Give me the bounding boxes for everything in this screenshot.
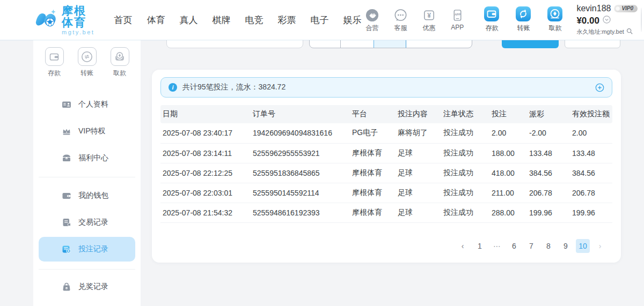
pagination-page-7[interactable]: 7 (524, 239, 538, 253)
pagination-page-10-active[interactable]: 10 (576, 239, 590, 253)
nav-item-slots[interactable]: 电子 (310, 14, 328, 26)
withdraw-gem-icon (543, 8, 567, 22)
partner-button[interactable]: 合营 (361, 8, 383, 33)
support-button[interactable]: 客服 (390, 8, 411, 33)
pagination: ‹ 1 ⋯ 6 7 8 9 10 › (160, 239, 612, 253)
pagination-page-9[interactable]: 9 (559, 239, 573, 253)
sidebar-menu-group-3: 兑 兑奖记录 (33, 273, 141, 300)
betting-records-table: 日期 订单号 平台 投注内容 注单状态 投注 派彩 有效投注额 2025-07-… (160, 105, 612, 223)
nav-item-live[interactable]: 真人 (179, 14, 197, 26)
brand-logo-icon (33, 6, 58, 33)
nav-item-sports[interactable]: 体育 (147, 14, 165, 26)
sidebar: 存款 转账 取款 (33, 40, 141, 306)
table-row: 2025-07-08 23:40:17 1942609694094831616 … (160, 123, 612, 143)
header-tools: 合营 客服 ¥ 优惠 APP (361, 8, 468, 33)
sidebar-item-wallet[interactable]: 我的钱包 (33, 182, 141, 209)
transfer-arrows-icon (511, 8, 535, 22)
withdraw-button[interactable]: 取款 (543, 8, 567, 33)
table-row: 2025-07-08 23:14:11 5255962955553921 摩根体… (160, 143, 612, 163)
sidebar-menu-group-2: 我的钱包 交易记录 ¥ 投注记录 (33, 182, 141, 263)
table-row: 2025-07-08 22:03:01 5255950145592114 摩根体… (160, 183, 612, 203)
deposit-button[interactable]: 存款 (480, 8, 503, 33)
pagination-page-1[interactable]: 1 (473, 239, 487, 253)
sidebar-deposit-button[interactable]: 存款 (42, 47, 67, 78)
balance-dropdown-icon[interactable] (603, 16, 611, 25)
svg-text:¥: ¥ (68, 249, 69, 252)
handshake-icon (361, 8, 383, 22)
yuan-coupon-icon: ¥ (418, 8, 440, 22)
user-info-panel: kevin188 VIP0 ¥0.00 永久地址:mgty.bet (576, 4, 638, 35)
sidebar-item-prize-records[interactable]: 兑 兑奖记录 (33, 273, 141, 300)
transfer-button[interactable]: 转账 (511, 8, 535, 33)
vip-level-badge[interactable]: VIP0 (614, 5, 638, 12)
sidebar-item-profile[interactable]: 个人资料 (33, 91, 141, 118)
sidebar-item-label: 个人资料 (78, 100, 108, 109)
id-card-icon (62, 100, 71, 109)
phone-app-icon: APP (447, 8, 468, 22)
sidebar-item-label: 投注记录 (78, 244, 108, 254)
col-platform: 平台 (352, 105, 398, 123)
betting-records-page: 摩根体育 mgty.bet 首页 体育 真人 棋牌 电竞 彩票 电子 娱乐 合营 (0, 0, 644, 306)
nav-item-home[interactable]: 首页 (114, 14, 132, 26)
sidebar-quick-actions: 存款 转账 取款 (33, 40, 141, 78)
sidebar-item-label: 福利中心 (78, 153, 108, 163)
nav-item-entertainment[interactable]: 娱乐 (343, 14, 361, 26)
treasure-box-icon (62, 153, 71, 163)
brand-logo[interactable]: 摩根体育 mgty.bet (33, 5, 94, 35)
magnifier-icon[interactable] (626, 28, 633, 35)
transfer-arrows-outline-icon (78, 47, 97, 66)
nav-item-esports[interactable]: 电竞 (245, 14, 263, 26)
sidebar-item-label: 交易记录 (78, 218, 108, 227)
table-row: 2025-07-08 22:12:25 5255951836845865 摩根体… (160, 163, 612, 183)
sidebar-withdraw-button[interactable]: 取款 (108, 47, 132, 78)
col-status: 注单状态 (443, 105, 492, 123)
gift-bag-icon: 兑 (62, 282, 71, 292)
promo-button[interactable]: ¥ 优惠 (418, 8, 440, 33)
col-date: 日期 (160, 105, 253, 123)
summary-bar: i 共计95笔投注，流水：3824.72 (160, 77, 612, 98)
table-header-row: 日期 订单号 平台 投注内容 注单状态 投注 派彩 有效投注额 (160, 105, 612, 123)
pagination-page-6[interactable]: 6 (507, 239, 521, 253)
deposit-wallet-outline-icon (45, 47, 64, 66)
pagination-page-8[interactable]: 8 (541, 239, 555, 253)
sidebar-transfer-button[interactable]: 转账 (75, 47, 99, 78)
wallet-icon (62, 191, 71, 200)
permanent-address: 永久地址:mgty.bet (576, 29, 624, 35)
table-row: 2025-07-08 21:54:32 5255948616192393 摩根体… (160, 203, 612, 222)
pagination-next[interactable]: › (593, 239, 607, 253)
col-valid-bet: 有效投注额 (572, 105, 612, 123)
betting-record-icon: ¥ (62, 244, 71, 254)
user-avatar[interactable] (641, 8, 642, 32)
sidebar-item-label: VIP特权 (78, 126, 106, 136)
transaction-record-icon (62, 218, 71, 227)
pagination-prev[interactable]: ‹ (456, 239, 470, 253)
brand-name: 摩根体育 (62, 5, 94, 28)
app-download-button[interactable]: APP APP (447, 8, 468, 33)
col-payout: 派彩 (529, 105, 572, 123)
col-order-no: 订单号 (253, 105, 352, 123)
sidebar-item-label: 兑奖记录 (78, 282, 108, 292)
pagination-ellipsis[interactable]: ⋯ (490, 239, 504, 253)
sidebar-item-transactions[interactable]: 交易记录 (33, 209, 141, 236)
sidebar-divider (39, 177, 135, 177)
sidebar-item-welfare[interactable]: 福利中心 (33, 145, 141, 171)
top-header: 摩根体育 mgty.bet 首页 体育 真人 棋牌 电竞 彩票 电子 娱乐 合营 (0, 0, 644, 40)
svg-text:¥: ¥ (427, 12, 431, 19)
wallet-actions: 存款 转账 取款 (480, 8, 567, 33)
sidebar-item-betting-records[interactable]: ¥ 投注记录 (39, 237, 135, 262)
balance-amount: ¥0.00 (576, 16, 599, 25)
nav-item-cards[interactable]: 棋牌 (212, 14, 230, 26)
col-content: 投注内容 (398, 105, 443, 123)
withdraw-gem-outline-icon (111, 47, 129, 66)
summary-text: 共计95笔投注，流水：3824.72 (182, 83, 286, 92)
crown-icon (62, 126, 71, 136)
brand-domain: mgty.bet (62, 29, 94, 35)
nav-item-lottery[interactable]: 彩票 (277, 14, 296, 26)
sidebar-item-vip[interactable]: VIP特权 (33, 118, 141, 145)
deposit-wallet-icon (480, 8, 503, 22)
username: kevin188 (576, 4, 611, 13)
svg-text:兑: 兑 (66, 287, 68, 289)
sidebar-divider (39, 269, 135, 270)
main-nav: 首页 体育 真人 棋牌 电竞 彩票 电子 娱乐 (114, 14, 361, 26)
plus-circle-icon[interactable] (595, 83, 604, 92)
